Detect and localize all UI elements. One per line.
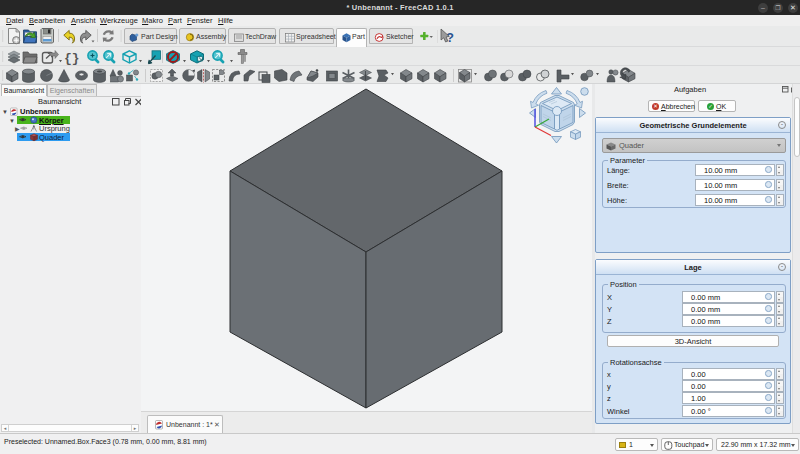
svg-text:{}: {} — [64, 51, 80, 66]
